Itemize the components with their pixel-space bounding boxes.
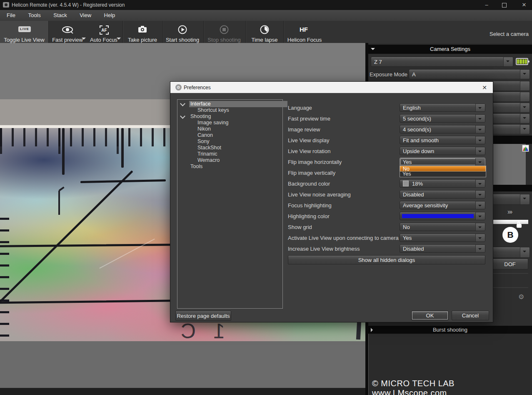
camera-icon[interactable] <box>138 25 147 33</box>
noise-averaging-label: Live View noise averaging <box>288 191 351 198</box>
tree-item-nikon[interactable]: Nikon <box>197 126 211 132</box>
helicon-focus-icon[interactable]: HF <box>300 26 308 33</box>
select-a-camera-label[interactable]: Select a camera <box>490 31 529 37</box>
close-button[interactable]: ✕ <box>516 0 532 10</box>
menu-bar: File Tools Stack View Help <box>0 10 532 21</box>
focus-highlighting-label: Focus highlighting <box>288 202 332 209</box>
language-dropdown[interactable]: English <box>400 103 485 112</box>
dropdown-arrow-icon[interactable] <box>475 115 485 122</box>
highlighting-color-bar <box>402 214 474 218</box>
start-shooting-label[interactable]: Start shooting <box>160 37 205 43</box>
restore-button[interactable] <box>496 0 512 10</box>
dropdown-arrow-icon[interactable] <box>503 57 513 66</box>
menu-tools[interactable]: Tools <box>24 10 45 18</box>
fast-preview-label[interactable]: Fast preview <box>49 37 86 43</box>
dropdown-arrow-icon[interactable] <box>475 201 485 209</box>
dialog-close-icon[interactable]: ✕ <box>480 83 489 92</box>
ok-button[interactable]: OK <box>411 311 449 320</box>
auto-focus-dropdown-icon[interactable] <box>117 38 121 42</box>
eye-icon[interactable] <box>61 25 74 34</box>
camera-settings-title: Camera Settings <box>430 46 470 52</box>
lock-icon <box>517 224 522 228</box>
bulb-mode-badge[interactable]: B <box>502 227 518 243</box>
background-color-label: Background color <box>288 181 330 187</box>
popup-option-no[interactable]: No <box>400 166 486 171</box>
af-icon[interactable]: AF <box>99 25 109 35</box>
burst-shooting-header[interactable]: Burst shooting <box>368 326 532 334</box>
dropdown-arrow-icon[interactable] <box>520 70 530 79</box>
dropdown-arrow-icon[interactable] <box>475 126 485 133</box>
live-view-rotation-dropdown[interactable]: Upside down <box>400 147 485 155</box>
show-grid-dropdown[interactable]: No <box>400 223 485 231</box>
chevron-down-icon[interactable] <box>180 113 185 119</box>
expand-icon[interactable] <box>371 328 375 332</box>
chevron-down-icon[interactable] <box>180 101 185 106</box>
tree-item-sony[interactable]: Sony <box>197 138 210 145</box>
show-all-hidden-dialogs-button[interactable]: Show all hidden dialogs <box>288 255 485 264</box>
stop-shooting-icon <box>220 25 229 34</box>
gear-icon[interactable]: ⚙ <box>518 293 524 301</box>
tree-item-trinamic[interactable]: Trinamic <box>197 151 217 157</box>
copyright-text: © MICRO TECH LAB www.LMscope.com <box>372 379 530 395</box>
dialog-title-bar[interactable]: ⚙ Preferences ✕ <box>170 82 493 93</box>
dropdown-arrow-icon[interactable] <box>475 212 485 220</box>
color-swatch <box>403 181 409 186</box>
highlighting-color-dropdown[interactable] <box>400 212 485 220</box>
ruler-pointer-mark <box>58 191 67 215</box>
dropdown-arrow-icon[interactable] <box>475 136 485 144</box>
exposure-mode-label: Exposure Mode <box>370 71 407 78</box>
noise-averaging-dropdown[interactable]: Disabled <box>400 190 485 199</box>
helicon-focus-label[interactable]: Helicon Focus <box>282 37 327 43</box>
activate-live-view-dropdown[interactable]: Yes <box>400 234 485 242</box>
background-color-dropdown[interactable]: 18% <box>400 179 485 188</box>
flip-horizontally-dropdown[interactable]: Yes <box>400 158 485 166</box>
toggle-live-view-button[interactable]: LIVE Toggle Live View <box>0 21 49 43</box>
app-icon <box>3 2 9 8</box>
dropdown-arrow-icon[interactable] <box>475 223 485 231</box>
menu-file[interactable]: File <box>2 10 20 18</box>
menu-help[interactable]: Help <box>100 10 120 18</box>
svg-text:AF: AF <box>101 28 107 33</box>
dropdown-arrow-icon[interactable] <box>475 104 485 111</box>
tree-item-tools[interactable]: Tools <box>190 164 202 170</box>
tree-item-shortcut-keys[interactable]: Shortcut keys <box>197 107 229 113</box>
dof-button[interactable]: DOF <box>492 259 528 269</box>
cancel-button[interactable]: Cancel <box>452 311 489 320</box>
tree-item-interface[interactable]: Interface <box>190 101 211 107</box>
tree-item-shooting[interactable]: Shooting <box>190 113 211 120</box>
popup-option-yes[interactable]: Yes <box>400 171 486 177</box>
collapse-icon[interactable] <box>371 48 375 52</box>
focus-highlighting-dropdown[interactable]: Average sensitivity <box>400 201 485 209</box>
increase-brightness-dropdown[interactable]: Disabled <box>400 244 485 253</box>
tree-item-wemacro[interactable]: Wemacro <box>197 157 220 164</box>
histogram-icon[interactable] <box>522 145 529 152</box>
dropdown-arrow-icon[interactable] <box>475 234 485 242</box>
camera-select-dropdown[interactable]: Z 7 <box>371 57 513 67</box>
time-lapse-icon[interactable] <box>260 25 269 34</box>
start-shooting-icon[interactable] <box>178 25 187 34</box>
dropdown-arrow-icon[interactable] <box>475 158 485 166</box>
exposure-mode-dropdown[interactable]: A <box>409 69 530 79</box>
menu-stack[interactable]: Stack <box>49 10 71 18</box>
flip-vertically-label: Flip image vertically <box>288 170 335 176</box>
minimize-button[interactable]: – <box>478 0 495 10</box>
dropdown-arrow-icon[interactable] <box>475 245 485 252</box>
chevrons-icon[interactable]: »› <box>507 208 512 216</box>
live-badge-icon: LIVE <box>18 26 31 32</box>
restore-page-defaults-button[interactable]: Restore page defaults <box>175 311 231 321</box>
dropdown-arrow-icon[interactable] <box>475 191 485 198</box>
camera-settings-header[interactable]: Camera Settings <box>368 45 532 54</box>
tree-item-canon[interactable]: Canon <box>197 132 213 138</box>
tree-item-stackshot[interactable]: StackShot <box>197 145 221 151</box>
live-view-display-dropdown[interactable]: Fit and smooth <box>400 136 485 144</box>
toggle-live-view-label: Toggle Live View <box>0 37 48 43</box>
dropdown-arrow-icon[interactable] <box>475 147 485 155</box>
menu-view[interactable]: View <box>75 10 95 18</box>
tree-item-image-saving[interactable]: Image saving <box>197 120 228 126</box>
fast-preview-time-dropdown[interactable]: 5 second(s) <box>400 114 485 123</box>
take-picture-label[interactable]: Take picture <box>122 37 163 43</box>
image-review-dropdown[interactable]: 4 second(s) <box>400 125 485 133</box>
dropdown-arrow-icon[interactable] <box>475 180 485 187</box>
fast-preview-time-label: Fast preview time <box>288 116 330 122</box>
time-lapse-label[interactable]: Time lapse <box>246 37 283 43</box>
